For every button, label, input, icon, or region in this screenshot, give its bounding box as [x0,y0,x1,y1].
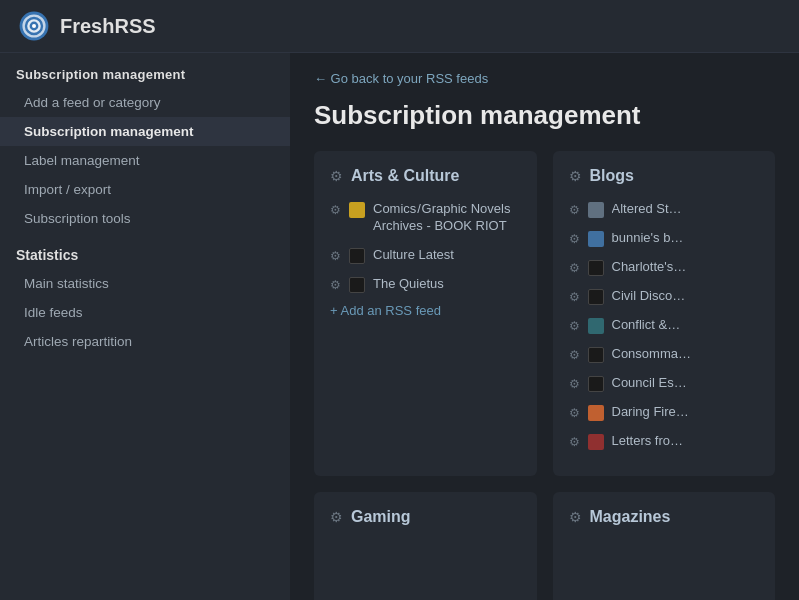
sidebar-item-articles-repartition[interactable]: Articles repartition [0,327,290,356]
feed-item-b9: ⚙ Letters fro… [569,431,760,452]
feed-gear-icon-1[interactable]: ⚙ [330,203,341,217]
feed-name-b9: Letters fro… [612,433,684,450]
feed-gear-icon-b1[interactable]: ⚙ [569,203,580,217]
feed-gear-icon-b6[interactable]: ⚙ [569,348,580,362]
category-gear-icon-blogs[interactable]: ⚙ [569,168,582,184]
feed-gear-icon-b4[interactable]: ⚙ [569,290,580,304]
svg-point-3 [32,24,36,28]
category-name-magazines: Magazines [590,508,671,526]
feed-item-b3: ⚙ Charlotte's… [569,257,760,278]
feed-name-1: Comics / Graphic Novels Archives - BOOK … [373,201,521,235]
sidebar-item-subscription-tools[interactable]: Subscription tools [0,204,290,233]
sidebar-item-idle-feeds[interactable]: Idle feeds [0,298,290,327]
feed-favicon-b3 [588,260,604,276]
feed-gear-icon-b2[interactable]: ⚙ [569,232,580,246]
category-header-gaming: ⚙ Gaming [330,508,521,526]
category-header-arts: ⚙ Arts & Culture [330,167,521,185]
feed-gear-icon-3[interactable]: ⚙ [330,278,341,292]
feed-item-b6: ⚙ Consomma… [569,344,760,365]
feed-favicon-b6 [588,347,604,363]
category-card-gaming: ⚙ Gaming [314,492,537,600]
feed-item-b1: ⚙ Altered St… [569,199,760,220]
category-name-arts: Arts & Culture [351,167,459,185]
app-title: FreshRSS [60,15,156,38]
feed-favicon-3 [349,277,365,293]
feed-item-1: ⚙ Comics / Graphic Novels Archives - BOO… [330,199,521,237]
feed-name-3: The Quietus [373,276,444,293]
feed-gear-icon-b7[interactable]: ⚙ [569,377,580,391]
feed-item-b4: ⚙ Civil Disco… [569,286,760,307]
category-name-gaming: Gaming [351,508,411,526]
feed-gear-icon-b9[interactable]: ⚙ [569,435,580,449]
sidebar-section-statistics: Statistics [0,233,290,269]
feed-name-b3: Charlotte's… [612,259,687,276]
category-header-blogs: ⚙ Blogs [569,167,760,185]
sidebar-item-label-management[interactable]: Label management [0,146,290,175]
sidebar-item-subscription-management[interactable]: Subscription management [0,117,290,146]
feed-item-b5: ⚙ Conflict &… [569,315,760,336]
category-gear-icon-gaming[interactable]: ⚙ [330,509,343,525]
app-header: FreshRSS [0,0,799,53]
feed-item-b7: ⚙ Council Es… [569,373,760,394]
back-link[interactable]: ← Go back to your RSS feeds [314,71,775,86]
feed-favicon-2 [349,248,365,264]
feed-name-b7: Council Es… [612,375,687,392]
feed-favicon-b5 [588,318,604,334]
feed-name-b6: Consomma… [612,346,691,363]
feed-name-b1: Altered St… [612,201,682,218]
add-feed-link-arts[interactable]: + Add an RSS feed [330,303,521,318]
category-gear-icon-arts[interactable]: ⚙ [330,168,343,184]
feed-item-b2: ⚙ bunnie's b… [569,228,760,249]
sidebar-item-main-statistics[interactable]: Main statistics [0,269,290,298]
feed-gear-icon-b5[interactable]: ⚙ [569,319,580,333]
feed-favicon-b8 [588,405,604,421]
feed-favicon-b2 [588,231,604,247]
sidebar-item-add-feed[interactable]: Add a feed or category [0,88,290,117]
feed-item-b8: ⚙ Daring Fire… [569,402,760,423]
feed-favicon-1 [349,202,365,218]
categories-grid: ⚙ Arts & Culture ⚙ Comics / Graphic Nove… [314,151,775,600]
category-header-magazines: ⚙ Magazines [569,508,760,526]
category-gear-icon-magazines[interactable]: ⚙ [569,509,582,525]
sidebar-section-subscription: Subscription management [0,53,290,88]
sidebar-item-import-export[interactable]: Import / export [0,175,290,204]
page-title: Subscription management [314,100,775,131]
feed-gear-icon-b3[interactable]: ⚙ [569,261,580,275]
sidebar: Subscription management Add a feed or ca… [0,53,290,600]
feed-name-b4: Civil Disco… [612,288,686,305]
feed-favicon-b1 [588,202,604,218]
category-card-arts-culture: ⚙ Arts & Culture ⚙ Comics / Graphic Nove… [314,151,537,476]
feed-item-2: ⚙ Culture Latest [330,245,521,266]
feed-name-2: Culture Latest [373,247,454,264]
feed-favicon-b7 [588,376,604,392]
feed-name-b8: Daring Fire… [612,404,689,421]
feed-gear-icon-b8[interactable]: ⚙ [569,406,580,420]
feed-name-b2: bunnie's b… [612,230,684,247]
feed-gear-icon-2[interactable]: ⚙ [330,249,341,263]
category-card-magazines: ⚙ Magazines [553,492,776,600]
feed-favicon-b9 [588,434,604,450]
feed-name-b5: Conflict &… [612,317,681,334]
category-card-blogs: ⚙ Blogs ⚙ Altered St… ⚙ bunnie's b… ⚙ Ch… [553,151,776,476]
category-name-blogs: Blogs [590,167,634,185]
feed-favicon-b4 [588,289,604,305]
feed-item-3: ⚙ The Quietus [330,274,521,295]
main-content: ← Go back to your RSS feeds Subscription… [290,53,799,600]
freshrss-logo-icon [18,10,50,42]
